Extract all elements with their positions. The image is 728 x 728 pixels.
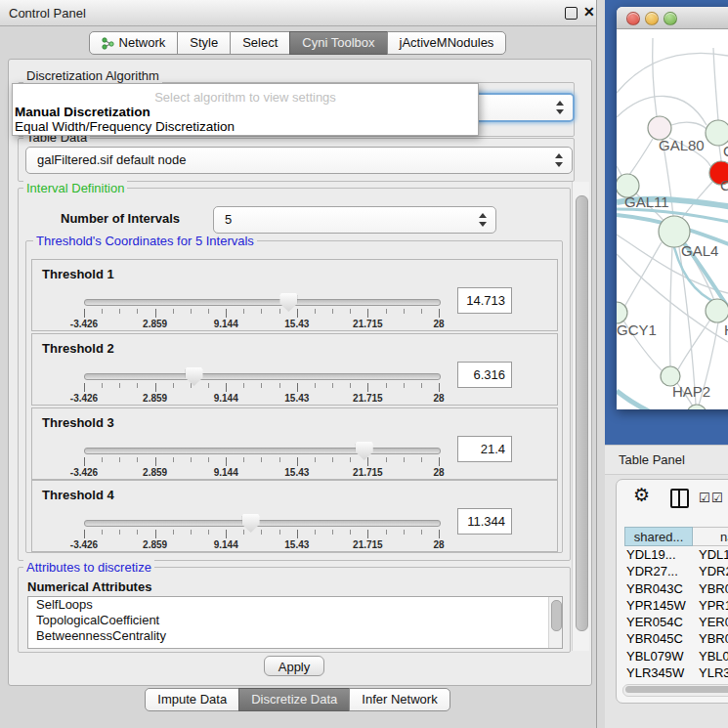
threshold-value-field-1[interactable] [457,287,512,314]
tick-label: 21.715 [345,393,390,404]
slider-track[interactable] [84,448,441,454]
threshold-value-field-2[interactable] [457,362,512,388]
tab-jactivemnodules[interactable]: jActiveMNodules [387,31,507,55]
list-item[interactable]: BetweennessCentrality [28,628,562,644]
table-row[interactable]: YER054CYER0 [624,615,728,631]
attributes-group-title: Attributes to discretize [23,560,154,575]
list-item[interactable]: SelfLoops [28,597,562,613]
table-row[interactable]: YDR27...YDR2 [624,564,728,580]
slider-track[interactable] [84,299,441,306]
numerical-attributes-list: SelfLoops TopologicalCoefficient Between… [27,596,563,649]
slider-track[interactable] [84,520,441,527]
right-column: GAL80 G. C GAL11 GAL4 GCY1 H HAP2 Table … [605,0,728,728]
list-vertical-scrollbar[interactable] [548,597,562,648]
tab-cyni-toolbox[interactable]: Cyni Toolbox [289,31,387,55]
gear-icon[interactable]: ⚙ [633,484,650,506]
tick-label: -3.426 [62,319,107,329]
threshold-slider-4[interactable]: -3.426 2.859 9.144 15.43 21.715 28 [84,520,439,551]
node-label: G. [723,143,728,159]
tick-label: 2.859 [133,467,178,478]
zoom-traffic-light-icon[interactable] [664,12,677,25]
scrollbar-thumb[interactable] [576,195,588,631]
number-of-intervals-value: 5 [225,212,232,227]
network-canvas[interactable]: GAL80 G. C GAL11 GAL4 GCY1 H HAP2 [617,28,728,409]
table-data-combobox[interactable]: galFiltered.sif default node [25,147,573,174]
window-title: Control Panel [9,6,86,21]
column-header-name[interactable]: na [693,527,728,546]
node-h[interactable] [706,299,728,322]
threshold-value-field-3[interactable] [457,436,512,462]
scrollbar-thumb[interactable] [551,600,562,631]
select-all-checkbox-icon[interactable]: ☑ [699,491,710,505]
threshold-panel-2: Threshold 2 -3.426 2.859 9.144 15.43 21.… [31,333,558,406]
network-nodes [617,116,728,409]
tab-discretize-data[interactable]: Discretize Data [238,688,350,711]
interval-definition-group-title: Interval Definition [23,181,127,195]
slider-minor-ticks [84,309,440,314]
control-panel-titlebar: Control Panel ✕ [0,0,596,26]
tick-label: 15.43 [275,393,320,404]
threshold-slider-1[interactable]: -3.426 2.859 9.144 15.43 21.715 28 [84,299,439,330]
discretization-algorithm-group-title: Discretization Algorithm [23,68,162,83]
tick-label: 28 [416,467,461,478]
tick-label: 2.859 [133,393,178,404]
table-horizontal-scrollbar[interactable] [622,684,728,697]
close-traffic-light-icon[interactable] [626,12,640,25]
number-of-intervals-combobox[interactable]: 5 [213,206,496,234]
tab-label: Infer Network [362,690,437,709]
threshold-label: Threshold 1 [42,267,114,281]
minimize-traffic-light-icon[interactable] [645,12,659,25]
column-header-shared-name[interactable]: shared... [624,527,693,546]
popup-item-equal-width-frequency[interactable]: Equal Width/Frequency Discretization [15,119,235,134]
threshold-slider-2[interactable]: -3.426 2.859 9.144 15.43 21.715 28 [84,373,439,405]
table-panel-title: Table Panel [619,452,685,467]
float-window-icon[interactable] [565,7,578,20]
tab-infer-network[interactable]: Infer Network [349,688,450,711]
threshold-slider-3[interactable]: -3.426 2.859 9.144 15.43 21.715 28 [84,448,439,479]
network-icon [102,37,114,50]
threshold-value-field-4[interactable] [457,508,512,535]
split-columns-icon[interactable] [670,489,689,508]
network-window-titlebar [617,7,728,29]
deselect-all-checkbox-icon[interactable]: ☑ [711,491,723,505]
tab-impute-data[interactable]: Impute Data [145,688,239,711]
tick-label: 28 [416,539,461,550]
table-row[interactable]: YPR145WYPR1 [624,598,728,615]
tab-select[interactable]: Select [230,31,290,55]
scrollbar-thumb[interactable] [625,686,728,693]
tab-network[interactable]: Network [89,31,179,55]
close-icon[interactable]: ✕ [583,4,595,20]
top-tab-bar: Network Style Select Cyni Toolbox jActiv… [0,31,596,55]
table-row[interactable]: YBR043CYBR0 [624,581,728,598]
slider-track[interactable] [84,373,441,380]
node-label: GAL11 [624,193,669,210]
table-row[interactable]: YDL19...YDL1 [624,547,728,564]
combo-stepper-icon[interactable] [478,212,487,228]
node-label: GAL80 [659,137,705,153]
popup-hint: Select algorithm to view settings [13,90,478,105]
node-label: C [720,177,728,193]
node-bottom[interactable] [687,405,707,409]
tick-label: 21.715 [345,539,390,550]
apply-button[interactable]: Apply [264,656,324,676]
popup-item-manual-discretization[interactable]: Manual Discretization [15,105,150,119]
tick-label: 9.144 [203,539,248,550]
threshold-panel-3: Threshold 3 -3.426 2.859 9.144 15.43 21.… [31,407,558,480]
bottom-tab-bar: Impute Data Discretize Data Infer Networ… [0,688,596,711]
table-row[interactable]: YLR345WYLR3 [624,665,728,682]
numerical-attributes-label: Numerical Attributes [27,579,151,594]
node-label: H [724,321,728,338]
table-panel-titlebar: Table Panel [605,445,728,475]
table-row[interactable]: YBR045CYBR0 [624,631,728,648]
node-label: GAL4 [681,242,718,259]
tab-style[interactable]: Style [177,31,231,55]
tick-label: 9.144 [203,393,248,404]
tick-label: 21.715 [345,467,390,478]
combo-stepper-icon[interactable] [555,100,564,115]
table-row[interactable]: YBL079WYBL0 [624,649,728,665]
tab-label: Discretize Data [251,690,337,709]
combo-stepper-icon[interactable] [554,152,563,168]
settings-vertical-scrollbar[interactable] [572,182,589,651]
list-item[interactable]: TopologicalCoefficient [28,613,562,628]
tick-label: 9.144 [203,319,248,329]
